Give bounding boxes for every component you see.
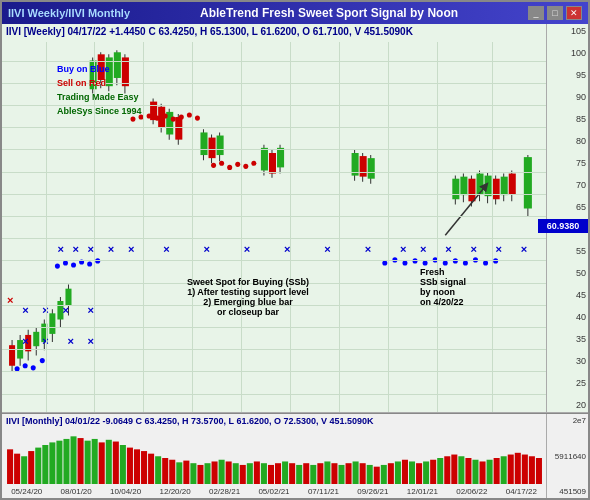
svg-point-111 — [31, 365, 36, 370]
svg-rect-37 — [209, 138, 216, 159]
fresh-2: SSb signal — [420, 277, 466, 287]
x-label-5: 02/28/21 — [209, 487, 240, 496]
svg-rect-155 — [148, 454, 154, 484]
sweet-spot-annotation: Sweet Spot for Buying (SSb) 1) After tes… — [187, 277, 309, 317]
monthly-bar-area — [2, 432, 546, 484]
grid-v-line — [437, 42, 438, 412]
x-label-3: 10/04/20 — [110, 487, 141, 496]
svg-point-117 — [87, 261, 92, 266]
svg-text:×: × — [22, 304, 29, 316]
trading-label: Trading Made Easy — [57, 92, 139, 102]
svg-text:×: × — [521, 243, 528, 255]
svg-rect-65 — [501, 177, 508, 196]
svg-rect-200 — [465, 458, 471, 484]
grid-v-line — [339, 42, 340, 412]
svg-rect-205 — [501, 456, 507, 484]
chart-area: IIVI [Weekly] 04/17/22 +1.4450 C 63.4250… — [2, 24, 588, 498]
svg-rect-148 — [99, 442, 105, 484]
svg-rect-138 — [28, 451, 34, 484]
svg-point-105 — [227, 165, 232, 170]
svg-rect-178 — [310, 465, 316, 484]
title-left: IIVI Weekly/IIVI Monthly — [8, 7, 130, 19]
svg-rect-179 — [317, 463, 323, 484]
svg-rect-198 — [451, 455, 457, 484]
main-weekly-chart[interactable]: IIVI [Weekly] 04/17/22 +1.4450 C 63.4250… — [2, 24, 588, 413]
svg-rect-175 — [289, 463, 295, 484]
window-controls: _ □ ✕ — [528, 6, 582, 20]
x-label-11: 04/17/22 — [506, 487, 537, 496]
sweet-spot-2: 2) Emerging blue bar — [187, 297, 309, 307]
svg-rect-185 — [360, 463, 366, 484]
svg-text:×: × — [324, 243, 331, 255]
svg-rect-187 — [374, 467, 380, 484]
minimize-button[interactable]: _ — [528, 6, 544, 20]
grid-v-line — [388, 42, 389, 412]
grid-line — [2, 127, 546, 128]
svg-rect-143 — [63, 439, 69, 484]
svg-point-97 — [155, 115, 160, 120]
grid-line — [2, 238, 546, 239]
svg-rect-162 — [197, 465, 203, 484]
svg-rect-186 — [367, 465, 373, 484]
grid-line — [2, 216, 546, 217]
svg-rect-43 — [269, 153, 276, 174]
svg-point-112 — [40, 358, 45, 363]
x-label-8: 09/26/21 — [357, 487, 388, 496]
title-center: AbleTrend Fresh Sweet Sport Signal by No… — [200, 6, 458, 20]
svg-point-108 — [251, 161, 256, 166]
fresh-1: Fresh — [420, 267, 466, 277]
svg-rect-180 — [324, 461, 330, 484]
svg-point-110 — [23, 363, 28, 368]
svg-rect-164 — [212, 461, 218, 484]
svg-point-104 — [219, 161, 224, 166]
grid-line — [2, 194, 546, 195]
svg-rect-196 — [437, 458, 443, 484]
sell-red-label: Sell on Red — [57, 78, 106, 88]
svg-rect-207 — [515, 453, 521, 484]
fresh-4: on 4/20/22 — [420, 297, 466, 307]
svg-point-107 — [243, 164, 248, 169]
monthly-chart-header: IIVI [Monthly] 04/01/22 -9.0649 C 63.425… — [6, 416, 374, 426]
grid-line — [2, 149, 546, 150]
svg-rect-183 — [346, 463, 352, 484]
candles-area: × × × × × × × × × × × × × × × × × — [2, 42, 546, 412]
monthly-y-axis: 2e7 5911640 451509 — [546, 414, 588, 498]
svg-rect-144 — [71, 436, 77, 484]
svg-rect-39 — [217, 136, 224, 156]
monthly-chart[interactable]: IIVI [Monthly] 04/01/22 -9.0649 C 63.425… — [2, 413, 588, 498]
close-button[interactable]: ✕ — [566, 6, 582, 20]
grid-line — [2, 61, 546, 62]
svg-rect-172 — [268, 465, 274, 484]
svg-rect-177 — [303, 463, 309, 484]
svg-rect-15 — [65, 289, 71, 305]
svg-point-99 — [171, 117, 176, 122]
maximize-button[interactable]: □ — [547, 6, 563, 20]
svg-rect-140 — [42, 445, 48, 484]
grid-line — [2, 260, 546, 261]
svg-text:×: × — [22, 335, 29, 347]
svg-rect-59 — [476, 174, 483, 195]
buy-blue-label: Buy on Blue — [57, 64, 110, 74]
svg-rect-209 — [529, 456, 535, 484]
svg-rect-161 — [190, 463, 196, 484]
svg-rect-141 — [49, 442, 55, 484]
svg-point-94 — [130, 117, 135, 122]
svg-rect-204 — [494, 458, 500, 484]
svg-rect-11 — [49, 313, 55, 334]
svg-rect-55 — [460, 177, 467, 196]
svg-rect-188 — [381, 465, 387, 484]
svg-rect-157 — [162, 458, 168, 484]
svg-rect-192 — [409, 461, 415, 484]
svg-rect-171 — [261, 463, 267, 484]
svg-rect-181 — [331, 463, 337, 484]
svg-rect-159 — [176, 462, 182, 484]
x-label-7: 07/11/21 — [308, 487, 339, 496]
svg-rect-137 — [21, 456, 27, 484]
svg-rect-136 — [14, 454, 20, 484]
x-label-10: 02/06/22 — [456, 487, 487, 496]
svg-rect-174 — [282, 461, 288, 484]
svg-rect-203 — [487, 460, 493, 484]
svg-rect-156 — [155, 456, 161, 484]
fresh-3: by noon — [420, 287, 466, 297]
svg-text:×: × — [420, 243, 427, 255]
